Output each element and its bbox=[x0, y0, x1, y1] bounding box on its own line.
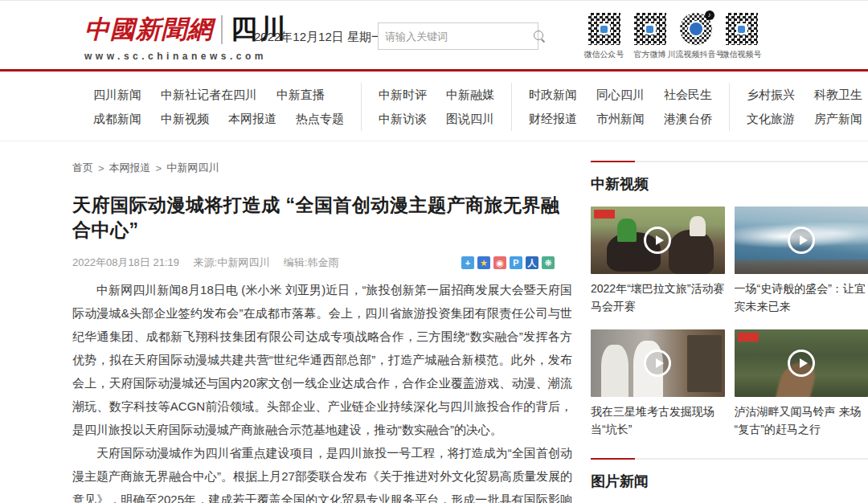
qr-label: 川流视频抖音号 bbox=[668, 49, 724, 60]
video-thumbnail-lugu-lake[interactable] bbox=[735, 329, 868, 397]
main-content: 首页 > 本网报道 > 中新网四川 天府国际动漫城将打造成 “全国首创动漫主题产… bbox=[0, 141, 868, 503]
video-caption[interactable]: 2022年“壤巴拉文旅”活动赛马会开赛 bbox=[591, 280, 725, 315]
nav-culture-tourism[interactable]: 文化旅游 bbox=[747, 107, 795, 131]
video-grid: 2022年“壤巴拉文旅”活动赛马会开赛 一场“史诗般的盛会”：让宜宾未来已来 我… bbox=[591, 207, 868, 439]
qr-wechat-official: 微信公众号 bbox=[588, 13, 620, 60]
article-column: 首页 > 本网报道 > 中新网四川 天府国际动漫城将打造成 “全国首创动漫主题产… bbox=[72, 161, 572, 503]
wechat-share-icon[interactable]: ❋ bbox=[542, 256, 555, 269]
qr-weibo-official: 官方微博 bbox=[633, 13, 666, 60]
qr-code-image: ♪ bbox=[680, 13, 712, 45]
qzone-share-icon[interactable]: ★ bbox=[477, 256, 490, 269]
thumbnail-art bbox=[617, 219, 636, 242]
article-paragraph: 中新网四川新闻8月18日电 (米小米 刘亚男)近日，“旅投创新第一届招商发展大会… bbox=[72, 278, 572, 441]
current-date: 2022年12月12日 星期一 bbox=[254, 30, 383, 45]
search-input[interactable] bbox=[379, 31, 533, 43]
tencent-weibo-share-icon[interactable]: P bbox=[510, 256, 522, 269]
photo-section-title: 图片新闻 bbox=[591, 472, 868, 491]
douyin-icon: ♪ bbox=[705, 10, 714, 20]
share-more-icon[interactable]: + bbox=[461, 256, 474, 269]
search-icon[interactable] bbox=[533, 30, 546, 43]
video-thumbnail-aerial-city[interactable] bbox=[735, 207, 868, 274]
nav-science-education[interactable]: 科教卫生 bbox=[814, 83, 862, 107]
section-divider bbox=[591, 161, 868, 162]
watermark-badge bbox=[738, 333, 759, 341]
qr-label: 微信视频号 bbox=[722, 49, 762, 60]
nav-commentary[interactable]: 中新时评 bbox=[379, 83, 427, 107]
video-thumbnail-horse-race[interactable] bbox=[591, 207, 725, 274]
article-source: 来源:中新网四川 bbox=[194, 256, 270, 268]
qr-code-image bbox=[634, 13, 666, 45]
breadcrumb-home[interactable]: 首页 bbox=[72, 161, 93, 175]
article-body: 中新网四川新闻8月18日电 (米小米 刘亚男)近日，“旅投创新第一届招商发展大会… bbox=[72, 278, 572, 503]
thumbnail-art bbox=[735, 260, 868, 274]
nav-real-estate[interactable]: 房产新闻 bbox=[814, 107, 862, 131]
search-box[interactable] bbox=[378, 22, 538, 50]
nav-hk-macao-taiwan[interactable]: 港澳台侨 bbox=[664, 107, 712, 131]
article-meta: 2022年08月18日 21:19 来源:中新网四川 编辑:韩金雨 bbox=[72, 256, 350, 270]
watermark-badge bbox=[594, 210, 615, 219]
qr-label: 微信公众号 bbox=[584, 49, 624, 60]
qr-code-strip: 微信公众号 官方微博 ♪ 川流视频抖音号 微信视频号 bbox=[588, 13, 758, 60]
nav-video[interactable]: 中新视频 bbox=[161, 107, 209, 131]
section-divider bbox=[591, 458, 868, 460]
qr-label: 官方微博 bbox=[634, 49, 666, 60]
logo-divider bbox=[221, 15, 223, 44]
nav-group-1: 四川新闻 中新社记者在四川 中新直播 成都新闻 中新视频 本网报道 热点专题 bbox=[93, 83, 361, 131]
video-item[interactable]: 一场“史诗般的盛会”：让宜宾未来已来 bbox=[735, 207, 868, 315]
article-title: 天府国际动漫城将打造成 “全国首创动漫主题产商旅无界融合中心” bbox=[72, 193, 572, 243]
sidebar: 中新视频 2022年“壤巴拉文旅”活动赛马会开赛 bbox=[591, 161, 868, 503]
breadcrumb: 首页 > 本网报道 > 中新网四川 bbox=[72, 161, 572, 175]
play-icon[interactable] bbox=[644, 350, 671, 377]
thumbnail-art bbox=[687, 335, 722, 392]
nav-site-reports[interactable]: 本网报道 bbox=[228, 107, 276, 131]
nav-group-4: 乡村振兴 科教卫生 娱乐体育 文化旅游 房产新闻 生活服务 bbox=[729, 83, 868, 131]
qr-wechat-video: 微信视频号 bbox=[725, 13, 758, 60]
nav-finance[interactable]: 财经报道 bbox=[529, 107, 577, 131]
thumbnail-art bbox=[601, 345, 628, 398]
nav-politics[interactable]: 时政新闻 bbox=[529, 83, 577, 107]
nav-society[interactable]: 社会民生 bbox=[664, 83, 712, 107]
nav-interviews[interactable]: 中新访谈 bbox=[379, 107, 427, 131]
nav-sichuan-news[interactable]: 四川新闻 bbox=[93, 83, 141, 107]
nav-pictures-sichuan[interactable]: 图说四川 bbox=[446, 107, 494, 131]
share-bar: + ★ ◉ P 人 ❋ bbox=[461, 256, 555, 269]
qr-code-image bbox=[726, 13, 758, 45]
video-section-title: 中新视频 bbox=[591, 174, 868, 194]
nav-city-news[interactable]: 市州新闻 bbox=[596, 107, 645, 131]
video-thumbnail-sanxingdui[interactable] bbox=[591, 329, 725, 397]
article-meta-row: 2022年08月18日 21:19 来源:中新网四川 编辑:韩金雨 + ★ ◉ … bbox=[72, 256, 572, 270]
nav-live[interactable]: 中新直播 bbox=[276, 83, 325, 107]
video-caption[interactable]: 一场“史诗般的盛会”：让宜宾未来已来 bbox=[735, 280, 868, 315]
nav-converged-media[interactable]: 中新融媒 bbox=[446, 83, 494, 107]
site-header: 中國新聞網 四川 www.sc.chinanews.com 2022年12月12… bbox=[0, 1, 868, 69]
qr-douyin-channel: ♪ 川流视频抖音号 bbox=[679, 13, 712, 60]
play-icon[interactable] bbox=[644, 227, 671, 254]
video-caption[interactable]: 我在三星堆考古发掘现场当“坑长” bbox=[591, 403, 725, 438]
publish-datetime: 2022年08月18日 21:19 bbox=[72, 256, 179, 268]
weibo-share-icon[interactable]: ◉ bbox=[493, 256, 506, 269]
video-caption[interactable]: 泸沽湖畔又闻马铃声 来场“复古”的赶马之行 bbox=[735, 403, 868, 438]
article-editor: 编辑:韩金雨 bbox=[284, 256, 339, 268]
video-item[interactable]: 2022年“壤巴拉文旅”活动赛马会开赛 bbox=[591, 207, 725, 315]
video-item[interactable]: 我在三星堆考古发掘现场当“坑长” bbox=[591, 329, 725, 438]
play-icon[interactable] bbox=[788, 227, 815, 254]
nav-chengdu-news[interactable]: 成都新闻 bbox=[93, 107, 141, 131]
article-paragraph: 天府国际动漫城作为四川省重点建设项目，是四川旅投一号工程，将打造成为“全国首创动… bbox=[72, 441, 572, 503]
breadcrumb-site-reports[interactable]: 本网报道 bbox=[109, 161, 151, 175]
site-url: www.sc.chinanews.com bbox=[84, 51, 289, 62]
nav-rural-revitalization[interactable]: 乡村振兴 bbox=[747, 83, 795, 107]
breadcrumb-chinanews-sichuan[interactable]: 中新网四川 bbox=[166, 161, 219, 175]
qr-code-image bbox=[588, 13, 620, 45]
nav-reporters-in-sichuan[interactable]: 中新社记者在四川 bbox=[161, 83, 257, 107]
thumbnail-art bbox=[690, 216, 706, 236]
breadcrumb-separator: > bbox=[156, 162, 162, 174]
video-item[interactable]: 泸沽湖畔又闻马铃声 来场“复古”的赶马之行 bbox=[735, 329, 868, 438]
nav-hot-topics[interactable]: 热点专题 bbox=[296, 107, 344, 131]
renren-share-icon[interactable]: 人 bbox=[526, 256, 538, 269]
breadcrumb-separator: > bbox=[98, 162, 104, 174]
logo-brand-text: 中國新聞網 bbox=[84, 13, 213, 47]
nav-group-2: 中新时评 中新融媒 中新访谈 图说四川 bbox=[361, 83, 511, 131]
play-icon[interactable] bbox=[788, 350, 815, 377]
nav-group-3: 时政新闻 同心四川 社会民生 财经报道 市州新闻 港澳台侨 bbox=[511, 83, 729, 131]
nav-united-sichuan[interactable]: 同心四川 bbox=[596, 83, 645, 107]
